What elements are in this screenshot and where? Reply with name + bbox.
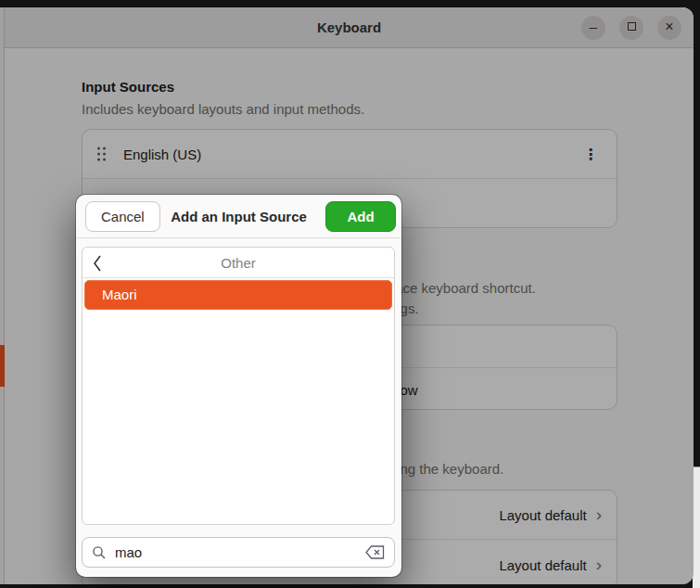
search-value: mao — [115, 544, 357, 560]
add-button[interactable]: Add — [325, 201, 396, 232]
desktop: Keyboard – × Input Sources Includes keyb… — [0, 0, 700, 588]
category-header-row: Other — [83, 248, 394, 278]
clear-search-icon[interactable] — [365, 545, 385, 559]
search-icon — [92, 545, 107, 560]
list-item-maori[interactable]: Maori — [84, 280, 392, 310]
cancel-button[interactable]: Cancel — [85, 201, 160, 232]
search-input[interactable]: mao — [82, 537, 395, 568]
input-source-list: Other Maori — [82, 247, 395, 525]
dialog-header: Add an Input Source Cancel Add — [76, 195, 401, 238]
category-header-label: Other — [83, 248, 394, 278]
background-window-edge — [693, 467, 700, 588]
list-item-label: Maori — [85, 281, 391, 309]
add-input-source-dialog: Add an Input Source Cancel Add Other Mao… — [76, 195, 401, 577]
back-chevron-icon[interactable] — [91, 253, 104, 274]
